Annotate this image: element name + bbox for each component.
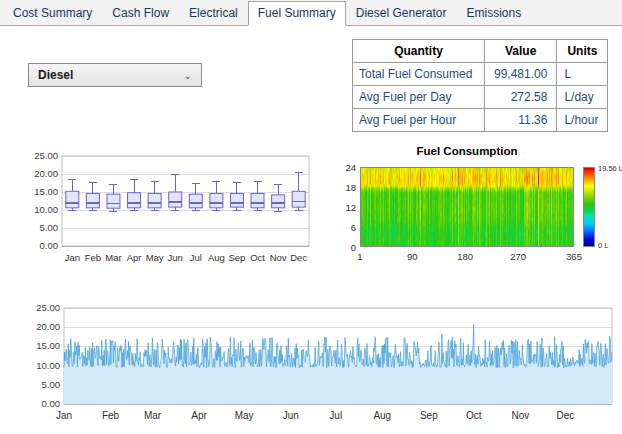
svg-text:Jul: Jul <box>190 252 202 263</box>
heatmap-xtick: 180 <box>457 251 473 262</box>
fuel-consumption-heatmap: Fuel Consumption 19.56 L 0 L 24181260190… <box>336 145 622 280</box>
tab-cost-summary[interactable]: Cost Summary <box>3 1 102 26</box>
fuel-summary-panel: Cost SummaryCash FlowElectricalFuel Summ… <box>0 0 622 434</box>
svg-text:Sep: Sep <box>229 252 246 263</box>
svg-text:Oct: Oct <box>466 410 482 421</box>
svg-text:0.00: 0.00 <box>40 240 59 251</box>
table-row: Avg Fuel per Day272.58L/day <box>353 86 608 109</box>
svg-text:Jan: Jan <box>65 252 80 263</box>
hourly-fuel-timeseries-chart: 0.005.0010.0015.0020.0025.00JanFebMarApr… <box>28 298 622 430</box>
table-row: Total Fuel Consumed99,481.00L <box>353 63 608 86</box>
heatmap-ytick: 24 <box>336 162 356 173</box>
chevron-down-icon: ⌄ <box>184 70 192 81</box>
table-cell: Avg Fuel per Hour <box>353 109 485 132</box>
table-cell: L <box>557 63 608 86</box>
table-cell: 99,481.00 <box>485 63 557 86</box>
column-header: Units <box>557 40 608 63</box>
tab-cash-flow[interactable]: Cash Flow <box>102 1 179 26</box>
svg-text:Aug: Aug <box>373 410 391 421</box>
tab-diesel-generator[interactable]: Diesel Generator <box>346 1 457 26</box>
heatmap-canvas <box>360 167 574 247</box>
heatmap-legend-bar <box>583 167 595 247</box>
table-cell: Total Fuel Consumed <box>353 63 485 86</box>
fuel-stats-table-body: Total Fuel Consumed99,481.00LAvg Fuel pe… <box>353 63 608 132</box>
svg-text:Apr: Apr <box>127 252 142 263</box>
svg-text:Aug: Aug <box>208 252 225 263</box>
svg-text:5.00: 5.00 <box>42 379 61 390</box>
svg-text:20.00: 20.00 <box>34 168 58 179</box>
fuel-stats-table-header: QuantityValueUnits <box>353 40 608 63</box>
table-cell: L/day <box>557 86 608 109</box>
heatmap-ytick: 6 <box>336 222 356 233</box>
svg-text:Jan: Jan <box>56 410 72 421</box>
svg-text:15.00: 15.00 <box>36 340 60 351</box>
heatmap-xtick: 365 <box>566 251 582 262</box>
heatmap-ytick: 0 <box>336 242 356 253</box>
svg-text:Sep: Sep <box>420 410 438 421</box>
svg-text:25.00: 25.00 <box>34 150 58 161</box>
svg-text:Nov: Nov <box>512 410 530 421</box>
heatmap-xtick: 1 <box>357 251 362 262</box>
svg-text:Apr: Apr <box>191 410 207 421</box>
legend-min-label: 0 L <box>598 241 608 250</box>
fuel-stats-table: QuantityValueUnits Total Fuel Consumed99… <box>352 39 608 132</box>
tab-electrical[interactable]: Electrical <box>179 1 248 26</box>
svg-text:Dec: Dec <box>290 252 307 263</box>
svg-text:Jun: Jun <box>168 252 183 263</box>
fuel-type-value: Diesel <box>38 68 73 82</box>
table-cell: Avg Fuel per Day <box>353 86 485 109</box>
heatmap-xtick: 90 <box>407 251 418 262</box>
svg-text:20.00: 20.00 <box>36 321 60 332</box>
svg-text:Feb: Feb <box>85 252 101 263</box>
heatmap-ytick: 12 <box>336 202 356 213</box>
svg-text:10.00: 10.00 <box>34 204 58 215</box>
svg-text:10.00: 10.00 <box>36 360 60 371</box>
table-cell: 11.36 <box>485 109 557 132</box>
table-cell: L/hour <box>557 109 608 132</box>
heatmap-title: Fuel Consumption <box>360 145 574 157</box>
svg-text:May: May <box>235 410 254 421</box>
svg-text:May: May <box>146 252 164 263</box>
svg-text:Oct: Oct <box>250 252 265 263</box>
table-row: Avg Fuel per Hour11.36L/hour <box>353 109 608 132</box>
svg-text:5.00: 5.00 <box>40 222 59 233</box>
tab-emissions[interactable]: Emissions <box>456 1 531 26</box>
svg-text:15.00: 15.00 <box>34 186 58 197</box>
svg-text:0.00: 0.00 <box>42 398 61 409</box>
svg-text:Jul: Jul <box>329 410 342 421</box>
column-header: Value <box>485 40 557 63</box>
monthly-boxplot-chart: 0.005.0010.0015.0020.0025.00JanFebMarApr… <box>28 148 328 278</box>
heatmap-xtick: 270 <box>510 251 526 262</box>
tab-bar: Cost SummaryCash FlowElectricalFuel Summ… <box>0 0 622 26</box>
legend-max-label: 19.56 L <box>598 164 622 173</box>
svg-text:Jun: Jun <box>283 410 299 421</box>
svg-text:Nov: Nov <box>270 252 287 263</box>
svg-text:25.00: 25.00 <box>36 302 60 313</box>
svg-text:Mar: Mar <box>144 410 162 421</box>
svg-text:Mar: Mar <box>105 252 121 263</box>
svg-text:Feb: Feb <box>102 410 120 421</box>
fuel-type-dropdown[interactable]: Diesel ⌄ <box>28 63 202 87</box>
svg-text:Dec: Dec <box>557 410 575 421</box>
column-header: Quantity <box>353 40 485 63</box>
tab-fuel-summary[interactable]: Fuel Summary <box>248 1 346 26</box>
heatmap-ytick: 18 <box>336 182 356 193</box>
table-cell: 272.58 <box>485 86 557 109</box>
